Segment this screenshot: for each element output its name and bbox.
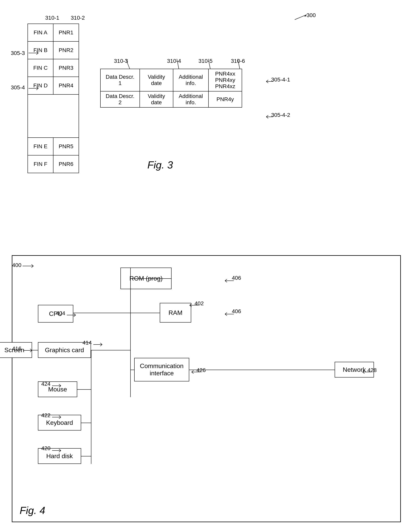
- svg-line-36: [100, 344, 102, 346]
- harddisk-line: [81, 456, 91, 456]
- arrow-424: [50, 382, 62, 390]
- fin-a: FIN A: [28, 24, 53, 41]
- pnr4: PNR4: [53, 77, 79, 95]
- cpu-bus-line: [73, 313, 130, 313]
- data-descr-2: Data Descr. 2: [100, 91, 140, 107]
- arrow-428: [361, 368, 372, 376]
- ref-420: 420: [41, 445, 50, 452]
- additional-info-2: Additionalinfo.: [173, 91, 208, 107]
- svg-line-21: [31, 266, 33, 267]
- pnr4-subtable: Data Descr. 1 Validitydate Additionalinf…: [100, 69, 242, 108]
- ram-label: RAM: [168, 309, 182, 316]
- comm-interface-box: Communication interface: [134, 358, 189, 381]
- ref-400: 400: [12, 262, 21, 268]
- fin-e: FIN E: [28, 138, 53, 155]
- label-310-1: 310-1: [45, 15, 59, 21]
- label-310-2: 310-2: [71, 15, 85, 21]
- svg-line-12: [238, 59, 240, 69]
- svg-line-29: [190, 304, 192, 305]
- arrow-305-4-2: [265, 113, 275, 121]
- svg-line-51: [59, 451, 61, 452]
- svg-line-0: [295, 15, 306, 20]
- svg-line-33: [225, 314, 227, 316]
- svg-line-47: [59, 416, 61, 417]
- ref-404: 404: [56, 310, 65, 316]
- svg-line-50: [59, 449, 61, 451]
- ref-422: 422: [41, 412, 50, 418]
- mouse-line: [77, 389, 91, 390]
- ref-416: 416: [12, 345, 21, 352]
- keyboard-line: [81, 423, 91, 423]
- svg-line-41: [59, 384, 61, 386]
- pnr4-space: [28, 95, 79, 138]
- gfx-bus-line: [91, 350, 130, 351]
- label-305-3: 305-3: [11, 50, 25, 56]
- label-305-4: 305-4: [11, 85, 25, 91]
- ram-box: RAM: [160, 303, 191, 323]
- ref-414: 414: [82, 340, 92, 346]
- arrow-406a: [223, 277, 235, 285]
- arrow-414: [91, 341, 103, 348]
- svg-line-30: [190, 305, 192, 307]
- graphics-card-label: Graphics card: [45, 346, 84, 354]
- ref-424: 424: [41, 381, 50, 387]
- svg-line-14: [266, 80, 268, 81]
- pnr4xx: PNR4xxPNR4xyPNR4xz: [208, 69, 242, 91]
- svg-line-27: [225, 281, 227, 282]
- pnr4y: PNR4y: [208, 91, 242, 107]
- svg-line-39: [30, 351, 32, 352]
- svg-line-38: [30, 349, 32, 351]
- svg-line-48: [59, 417, 61, 419]
- svg-line-53: [363, 370, 365, 372]
- data-descr-1: Data Descr. 1: [100, 69, 140, 91]
- svg-line-26: [225, 279, 227, 281]
- arrow-406b: [223, 310, 235, 318]
- svg-line-44: [192, 370, 194, 372]
- svg-line-45: [192, 372, 194, 374]
- comm-interface-label: Communication interface: [135, 362, 189, 377]
- arrow-305-4-1: [265, 77, 275, 86]
- fig3-caption: Fig. 3: [147, 159, 173, 171]
- svg-line-20: [31, 265, 33, 266]
- fin-b: FIN B: [28, 41, 53, 59]
- svg-line-9: [126, 59, 130, 69]
- arrow-420: [50, 446, 62, 455]
- fin-pnr-table: FIN A PNR1 FIN B PNR2 FIN C PNR3 FIN D P…: [28, 24, 79, 173]
- pnr2: PNR2: [53, 41, 79, 59]
- arrow-402: [188, 301, 199, 309]
- validity-date-2: Validitydate: [140, 91, 173, 107]
- lower-bus-v: [91, 350, 91, 464]
- comm-network-line: [189, 370, 335, 370]
- comm-bus-line: [130, 370, 134, 370]
- fin-f: FIN F: [28, 155, 53, 173]
- svg-line-23: [74, 314, 76, 315]
- svg-line-24: [74, 315, 76, 317]
- svg-line-18: [266, 117, 268, 118]
- arrow-404: [65, 311, 77, 319]
- arrow-426: [190, 368, 201, 376]
- fin-c: FIN C: [28, 59, 53, 77]
- pnr3: PNR3: [53, 59, 79, 77]
- page: 300 310-1 310-2 305-3 305-4 FIN A PNR1 F…: [0, 0, 415, 532]
- svg-line-11: [208, 59, 210, 69]
- svg-line-15: [266, 81, 268, 83]
- arrow-422: [50, 413, 62, 421]
- main-bus-v: [130, 267, 131, 397]
- rom-bus-line: [130, 278, 172, 279]
- fin-d: FIN D: [28, 77, 53, 95]
- ram-bus-line: [130, 313, 160, 313]
- fig4-caption: Fig. 4: [20, 504, 45, 516]
- pnr5: PNR5: [53, 138, 79, 155]
- additional-info-1: Additionalinfo.: [173, 69, 208, 91]
- arrow-416: [21, 346, 33, 354]
- arrow-300: [283, 11, 310, 23]
- svg-line-10: [177, 59, 179, 69]
- pnr1: PNR1: [53, 24, 79, 41]
- arrow-400: [21, 262, 36, 270]
- svg-line-35: [100, 343, 102, 344]
- svg-line-54: [363, 372, 365, 374]
- pnr6: PNR6: [53, 155, 79, 173]
- svg-line-42: [59, 386, 61, 387]
- validity-date-1: Validitydate: [140, 69, 173, 91]
- svg-line-17: [266, 115, 268, 117]
